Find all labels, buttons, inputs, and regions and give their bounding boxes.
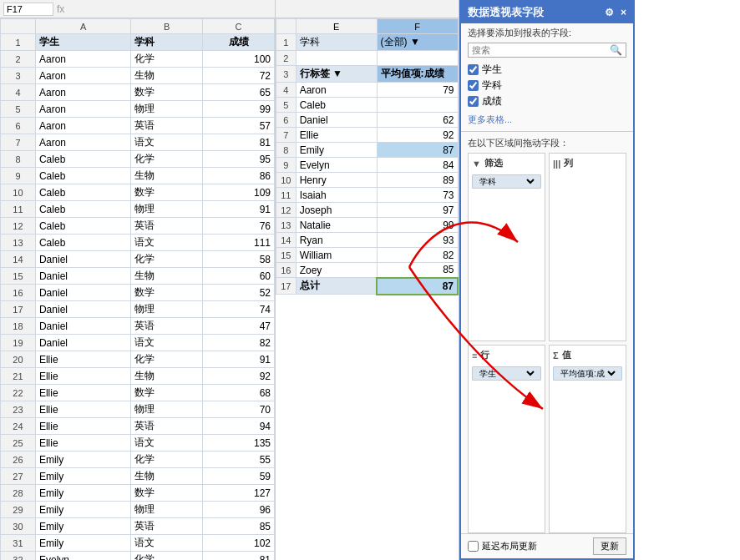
- pivot-col-e[interactable]: E: [296, 19, 377, 34]
- cell-a[interactable]: Emily: [35, 518, 130, 535]
- cell-b[interactable]: 英语: [131, 418, 203, 435]
- pivot-value-cell[interactable]: 89: [377, 173, 458, 188]
- cell-b[interactable]: 生物: [131, 268, 203, 285]
- cell-c[interactable]: 100: [203, 51, 275, 68]
- cell-a[interactable]: Daniel: [35, 251, 130, 268]
- pivot-value-cell[interactable]: [377, 98, 458, 113]
- field-checkbox[interactable]: [468, 96, 479, 107]
- pivot-value-cell[interactable]: 93: [377, 233, 458, 248]
- cell-c[interactable]: 92: [203, 368, 275, 385]
- more-tables-link[interactable]: 更多表格...: [461, 112, 633, 128]
- row-tag-select[interactable]: 学生: [476, 368, 537, 379]
- cell-c[interactable]: 95: [203, 151, 275, 168]
- cell-c[interactable]: 59: [203, 468, 275, 485]
- cell-a[interactable]: Aaron: [35, 84, 130, 101]
- row-tag[interactable]: 学生: [472, 366, 541, 381]
- cell-b[interactable]: 数学: [131, 385, 203, 401]
- row-box[interactable]: ≡ 行 学生: [468, 345, 545, 533]
- pivot-filter-label[interactable]: 学科: [296, 34, 377, 51]
- close-icon[interactable]: ×: [621, 7, 626, 18]
- field-item[interactable]: 学生: [468, 63, 626, 77]
- cell-a[interactable]: Caleb: [35, 235, 130, 251]
- cell-a[interactable]: Ellie: [35, 351, 130, 368]
- cell-c[interactable]: 109: [203, 184, 275, 201]
- pivot-value-cell[interactable]: 82: [377, 248, 458, 263]
- pivot-name-cell[interactable]: Emily: [296, 143, 377, 158]
- cell-c[interactable]: 65: [203, 84, 275, 101]
- cell-a[interactable]: Daniel: [35, 285, 130, 301]
- cell-a[interactable]: Caleb: [35, 201, 130, 218]
- cell-a[interactable]: Caleb: [35, 151, 130, 168]
- pivot-name-cell[interactable]: Daniel: [296, 113, 377, 128]
- cell-b[interactable]: 物理: [131, 502, 203, 518]
- cell-b[interactable]: 生物: [131, 368, 203, 385]
- pivot-col-value-label[interactable]: 平均值项:成绩: [377, 66, 458, 83]
- pivot-name-cell[interactable]: Joseph: [296, 203, 377, 218]
- pivot-value-cell[interactable]: 97: [377, 203, 458, 218]
- cell-b[interactable]: 物理: [131, 101, 203, 118]
- cell-b[interactable]: 数学: [131, 485, 203, 502]
- cell-a[interactable]: Aaron: [35, 134, 130, 151]
- pivot-name-cell[interactable]: William: [296, 248, 377, 263]
- cell-c[interactable]: 70: [203, 401, 275, 418]
- value-tag-select[interactable]: 平均值项:成绩: [557, 368, 618, 379]
- pivot-value-cell[interactable]: 79: [377, 83, 458, 98]
- pivot-filter-value[interactable]: (全部) ▼: [377, 34, 458, 51]
- cell-c[interactable]: 68: [203, 385, 275, 401]
- cell-a[interactable]: Aaron: [35, 68, 130, 84]
- filter-tag[interactable]: 学科: [472, 174, 541, 189]
- pivot-value-cell[interactable]: 92: [377, 128, 458, 143]
- value-tag[interactable]: 平均值项:成绩: [553, 366, 622, 381]
- cell-b[interactable]: 英语: [131, 118, 203, 134]
- field-checkbox[interactable]: [468, 80, 479, 91]
- cell-c[interactable]: 55: [203, 452, 275, 468]
- pivot-col-row-label[interactable]: 行标签 ▼: [296, 66, 377, 83]
- cell-c[interactable]: 102: [203, 535, 275, 552]
- cell-c[interactable]: 91: [203, 201, 275, 218]
- cell-c[interactable]: 47: [203, 318, 275, 335]
- cell-b[interactable]: 语文: [131, 235, 203, 251]
- pivot-total-value[interactable]: 87: [377, 278, 458, 295]
- cell-a[interactable]: Emily: [35, 468, 130, 485]
- cell-b[interactable]: 语文: [131, 335, 203, 351]
- cell-c[interactable]: 94: [203, 418, 275, 435]
- defer-checkbox[interactable]: [468, 541, 479, 552]
- cell-a[interactable]: Ellie: [35, 385, 130, 401]
- update-button[interactable]: 更新: [593, 537, 626, 555]
- cell-c[interactable]: 96: [203, 502, 275, 518]
- cell-a[interactable]: Daniel: [35, 318, 130, 335]
- cell-b[interactable]: 物理: [131, 301, 203, 318]
- pivot-scroll[interactable]: E F 1 学科 (全部) ▼ 2 3 行标签 ▼ 平均值项:成绩 4 Aaro…: [276, 18, 459, 560]
- cell-b[interactable]: 英语: [131, 218, 203, 235]
- cell-c[interactable]: 127: [203, 485, 275, 502]
- cell-c[interactable]: 81: [203, 134, 275, 151]
- cell-c[interactable]: 76: [203, 218, 275, 235]
- field-item[interactable]: 成绩: [468, 94, 626, 108]
- cell-c[interactable]: 111: [203, 235, 275, 251]
- cell-c[interactable]: 81: [203, 552, 275, 561]
- search-input[interactable]: [472, 45, 610, 55]
- col-box[interactable]: ||| 列: [549, 153, 626, 341]
- pivot-name-cell[interactable]: Evelyn: [296, 158, 377, 173]
- cell-a[interactable]: Emily: [35, 452, 130, 468]
- cell-a[interactable]: Aaron: [35, 51, 130, 68]
- pivot-total-label[interactable]: 总计: [296, 278, 377, 295]
- cell-b[interactable]: 化学: [131, 552, 203, 561]
- cell-b[interactable]: 化学: [131, 452, 203, 468]
- pivot-col-f[interactable]: F: [377, 19, 458, 34]
- field-item[interactable]: 学科: [468, 78, 626, 93]
- cell-a[interactable]: Aaron: [35, 118, 130, 134]
- cell-a[interactable]: Ellie: [35, 368, 130, 385]
- cell-c[interactable]: 成绩: [203, 34, 275, 51]
- col-header-b[interactable]: B: [131, 19, 203, 34]
- pivot-value-cell[interactable]: 73: [377, 188, 458, 203]
- search-box[interactable]: 🔍: [468, 43, 626, 58]
- cell-a[interactable]: Emily: [35, 535, 130, 552]
- cell-a[interactable]: 学生: [35, 34, 130, 51]
- cell-a[interactable]: Ellie: [35, 418, 130, 435]
- cell-b[interactable]: 生物: [131, 68, 203, 84]
- cell-b[interactable]: 化学: [131, 251, 203, 268]
- pivot-name-cell[interactable]: Ellie: [296, 128, 377, 143]
- cell-c[interactable]: 58: [203, 251, 275, 268]
- cell-b[interactable]: 英语: [131, 318, 203, 335]
